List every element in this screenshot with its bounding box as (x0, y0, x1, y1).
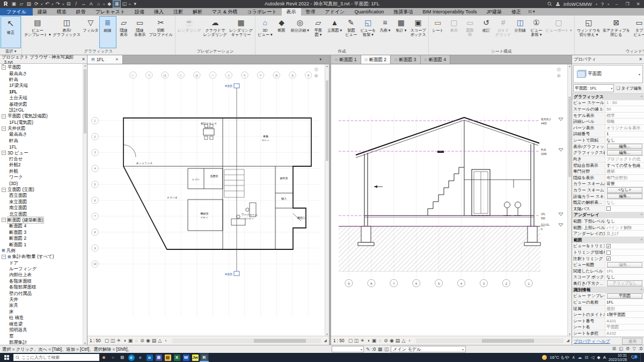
pan-left-icon[interactable]: ‹ (163, 338, 169, 343)
crop-view-icon[interactable]: ▣ (371, 338, 377, 343)
design-options-icon[interactable]: ◫ (384, 346, 389, 352)
property-value[interactable]: 1FL (606, 300, 613, 305)
start-button[interactable] (0, 355, 13, 360)
hidden-icons-chevron[interactable]: ∧ (572, 355, 575, 360)
property-value[interactable]: なし (606, 218, 615, 224)
visibility-graphics-button[interactable]: ◫表示/ グラフィックス (52, 17, 82, 48)
editable-only-icon[interactable]: ✎ (366, 346, 370, 352)
property-value[interactable]: 1階平面図 (606, 312, 626, 317)
ribbon-tab-7[interactable]: 注釈 (169, 8, 188, 16)
close-properties-icon[interactable]: ✕ (639, 57, 642, 62)
browser-item-16[interactable]: 外観2 (0, 162, 83, 168)
property-value[interactable]: 平面図 (606, 324, 619, 330)
ribbon-tab-0[interactable]: ファイル (0, 8, 33, 16)
property-value[interactable]: 1 (606, 131, 609, 136)
thin-lines-button[interactable]: ≣細線 (100, 17, 116, 48)
property-checkbox[interactable]: ✓ (606, 244, 611, 248)
redo-icon[interactable]: ↷ (54, 1, 61, 8)
cut-profile-button[interactable]: ✂切断 プロファイル (148, 17, 174, 48)
temporary-view-properties-icon[interactable]: ▤ (151, 338, 157, 343)
default-3d-view-icon[interactable]: ⌂ (95, 1, 102, 8)
browser-item-10[interactable]: −天井伏図 (0, 125, 83, 131)
collapse-icon[interactable]: − (2, 151, 6, 155)
type-selector[interactable]: 平面図 ▾ (573, 65, 643, 83)
property-value[interactable]: 建築 (606, 168, 615, 174)
ribbon-tab-16[interactable]: BIM Interoperability Tools (418, 8, 482, 16)
property-value[interactable]: A101 (606, 319, 616, 323)
property-value[interactable]: 標準 (606, 113, 615, 119)
view-template-button[interactable]: ▤ビュー テンプレート ▾ (23, 17, 52, 48)
browser-item-6[interactable]: 基礎伏図 (0, 101, 83, 107)
property-value[interactable]: A102 (606, 331, 616, 336)
browser-item-40[interactable]: 床 (0, 309, 83, 315)
measure-icon[interactable]: / (72, 1, 79, 8)
jww-icon[interactable]: Jw (191, 353, 200, 362)
undo-icon-menu[interactable]: ▾ (52, 2, 53, 6)
save-icon[interactable]: ▤ (25, 1, 32, 8)
taskbar-search-input[interactable]: ここに入力して検索 (13, 354, 99, 361)
property-checkbox[interactable] (606, 250, 611, 255)
property-button[interactable]: 編集... (607, 262, 642, 268)
browser-item-20[interactable]: −立面図 (立面) (0, 187, 83, 193)
exclude-options-icon[interactable]: ⊞ (612, 346, 616, 351)
browser-item-1[interactable]: 最高高さ (0, 70, 83, 76)
ribbon-tab-13[interactable]: アドイン (320, 8, 350, 16)
edit-in-place-icon[interactable]: ◱ (619, 346, 623, 351)
browser-item-24[interactable]: 北立面図 (0, 211, 83, 217)
switch-windows-icon[interactable]: ◱ (121, 1, 128, 8)
browser-item-2[interactable]: 軒高 (0, 77, 83, 83)
ribbon-tab-6[interactable]: 挿入 (149, 8, 169, 16)
browser-item-0[interactable]: −平面図 (0, 64, 83, 70)
sun-path-icon[interactable]: ☀ (116, 338, 122, 343)
browser-item-26[interactable]: 断面図 4 (0, 223, 83, 229)
property-section-header[interactable]: アンダーレイ^ (572, 212, 644, 219)
steering-wheel-icon[interactable]: ◎ (314, 67, 318, 72)
property-section-header[interactable]: 識別情報^ (572, 287, 644, 293)
property-button[interactable]: クリップなし (607, 280, 642, 286)
browser-item-3[interactable]: 1F梁天端 (0, 83, 83, 88)
ie-icon[interactable]: e (136, 353, 145, 362)
detail-level-icon[interactable]: ◫ (354, 338, 360, 343)
active-model-select[interactable]: メイン モデル▾ (391, 346, 466, 352)
sheet-button[interactable]: ▭シート (430, 17, 446, 48)
revisions-button[interactable]: ↺改訂 (478, 17, 494, 48)
section-button[interactable]: ◆断面 (274, 17, 290, 48)
property-checkbox[interactable]: ✓ (606, 256, 611, 261)
browser-item-37[interactable]: 壁の付属品 (0, 290, 83, 296)
browser-item-11[interactable]: 最高高さ (0, 131, 83, 137)
elevation-button[interactable]: ▲立面図 ▾ (326, 17, 343, 48)
browser-item-12[interactable]: 軒高 (0, 138, 83, 144)
ribbon-tab-8[interactable]: 解析 (188, 8, 207, 16)
browser-item-23[interactable]: 南立面図 (0, 205, 83, 211)
property-button[interactable]: 編集... (607, 144, 642, 150)
property-value[interactable]: すべての壁を包絡 (606, 162, 640, 168)
browser-item-22[interactable]: 東立面図 (0, 199, 83, 205)
3d-view-button[interactable]: ⌂3D ビュー ▾ (257, 17, 274, 48)
revit-icon[interactable]: R (200, 353, 209, 362)
design-option-select[interactable]: ▾ (332, 346, 364, 352)
browser-item-44[interactable]: 窓 (0, 333, 83, 339)
ribbon-tab-17[interactable]: JP建築 (481, 8, 507, 16)
collapse-icon[interactable]: − (2, 218, 6, 222)
worksharing-display-icon[interactable]: △ (157, 338, 163, 343)
zoom-icon[interactable]: ⊕ (314, 73, 318, 78)
display-icon[interactable]: ⊡ (585, 355, 589, 360)
browser-item-28[interactable]: 断面図 2 (0, 235, 83, 241)
redo-icon-menu[interactable]: ▾ (62, 2, 64, 6)
text-icon[interactable]: A (87, 1, 94, 8)
legends-button[interactable]: ≡凡例 ▾ (377, 17, 393, 48)
browser-item-9[interactable]: 1FL(電気図) (0, 120, 83, 125)
property-value[interactable]: バインド解除 (606, 225, 632, 231)
title-block-button[interactable]: ▭図面 枠 (462, 17, 478, 48)
plan-horizontal-scrollbar[interactable] (172, 338, 321, 343)
ribbon-display-toggle-icon[interactable]: ⊡ ▾ (528, 8, 535, 16)
collapse-icon[interactable]: − (2, 65, 6, 70)
browser-item-5[interactable]: 土台天端 (0, 95, 83, 101)
modify-button[interactable]: ↖修正 (1, 17, 20, 48)
browser-item-38[interactable]: 天井 (0, 297, 83, 302)
tab-views-button[interactable]: ▭タブ ビュー (631, 17, 644, 48)
browser-item-21[interactable]: 西立面図 (0, 193, 83, 198)
show-crop-icon[interactable]: ◌ (377, 338, 383, 343)
property-button[interactable]: 平面図 (607, 293, 642, 299)
property-value[interactable]: 1FL (606, 269, 613, 274)
